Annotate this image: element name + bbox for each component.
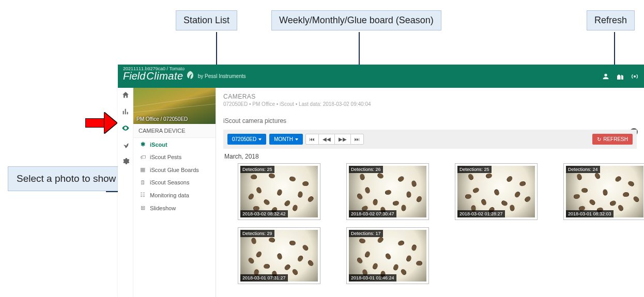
thumbnail[interactable]: Detections: 262018-03-02 07:30:47 [346,163,429,220]
thumb-image [240,230,318,282]
left-rail [118,88,133,297]
menu-item-icon: ☷ [140,192,146,198]
brand-sub: by Pessl Instruments [198,73,246,79]
annotation-station-list: Station List [176,10,237,30]
pager: ⏮ ◀◀ ▶▶ ⏭ [306,134,364,145]
panel-section-title: CAMERA DEVICE [133,124,216,138]
red-arrow-head-icon [104,113,117,133]
leaf-icon [186,70,195,80]
period-dropdown[interactable]: MONTH [269,134,303,145]
timestamp-label: 2018-03-02 07:30:47 [349,210,396,217]
detections-label: Detections: 17 [349,230,383,237]
menu-item-icon: ✱ [140,141,146,148]
camera-menu-item[interactable]: ⊞Slideshow [133,201,216,214]
thumb-image [566,166,643,217]
user-icon[interactable] [602,72,610,81]
detections-label: Detections: 24 [566,166,600,173]
side-panel: PM Office / 072050ED CAMERA DEVICE ✱iSco… [133,88,216,297]
menu-item-icon: 🏷 [140,154,146,160]
camera-menu-item[interactable]: ☷Monitoring data [133,189,216,201]
menu-item-label: Monitoring data [150,192,189,198]
brand-right: Climate [146,70,183,82]
month-label: March, 2018 [224,153,636,160]
app-shell: 20211111.b9279ca0 / Tomato FieldClimate … [118,65,644,297]
period-dropdown-label: MONTH [274,136,293,142]
timestamp-label: 2018-03-01 08:32:03 [566,210,614,217]
prev-page-button[interactable]: ◀◀ [318,134,335,145]
caret-down-icon [295,138,298,140]
thumb-image [240,166,318,217]
station-image[interactable]: PM Office / 072050ED [133,88,216,124]
page-heading: CAMERAS [223,93,637,100]
station-dropdown-label: 072050ED [232,136,256,142]
thumb-image [457,166,535,217]
toolbar: 072050ED MONTH ⏮ ◀◀ ▶▶ ⏭ ↻ REFRESH [223,130,637,149]
station-dropdown[interactable]: 072050ED [227,134,266,145]
menu-item-label: iScout [150,142,167,148]
caret-down-icon [258,138,262,140]
refresh-icon: ↻ [597,136,601,142]
menu-item-label: iScout Seasons [150,179,189,185]
breadcrumb: 20211111.b9279ca0 / Tomato [123,66,185,71]
chart-icon[interactable] [121,107,130,116]
thumbnail-grid: Detections: 252018-03-02 08:32:42Detecti… [223,163,637,284]
camera-menu-item[interactable]: ▦iScout Glue Boards [133,163,216,176]
camera-menu-item[interactable]: 🗓iScout Seasons [133,176,216,189]
thumb-image [349,230,426,282]
brand: FieldClimate [123,70,195,82]
menu-item-label: iScout Pests [150,154,181,160]
page-sub: 072050ED • PM Office • iScout • Last dat… [223,101,637,107]
last-page-button[interactable]: ⏭ [350,134,364,145]
refresh-button[interactable]: ↻ REFRESH [592,134,633,145]
thumbnail[interactable]: Detections: 242018-03-01 08:32:03 [563,163,644,220]
detections-label: Detections: 25 [457,166,492,173]
thumbnail[interactable]: Detections: 292018-03-01 07:31:27 [238,227,320,284]
detections-label: Detections: 25 [240,166,274,173]
thumbnail[interactable]: Detections: 172018-03-01 01:46:24 [346,227,429,284]
timestamp-label: 2018-03-01 07:31:27 [240,274,288,282]
timestamp-label: 2018-03-02 01:28:27 [457,210,505,217]
refresh-button-label: REFRESH [603,136,628,142]
broadcast-icon[interactable] [631,72,639,81]
station-caption: PM Office / 072050ED [136,116,188,122]
main-content: CAMERAS 072050ED • PM Office • iScout • … [216,88,644,297]
timestamp-label: 2018-03-02 08:32:42 [240,210,288,217]
red-arrow-icon [85,118,105,128]
brand-left: Field [123,70,145,82]
next-page-button[interactable]: ▶▶ [334,134,351,145]
thumbnail[interactable]: Detections: 252018-03-02 08:32:42 [238,163,320,220]
detections-label: Detections: 26 [349,166,383,173]
timestamp-label: 2018-03-01 01:46:24 [349,274,396,282]
thumb-image [349,166,426,217]
camera-menu: ✱iScout🏷iScout Pests▦iScout Glue Boards🗓… [133,138,216,214]
home-icon[interactable] [121,91,130,99]
menu-item-label: Slideshow [150,205,176,211]
farm-icon[interactable] [616,72,624,81]
first-page-button[interactable]: ⏮ [305,134,319,145]
eye-icon[interactable] [121,124,130,132]
gear-icon[interactable] [121,157,130,165]
annotation-refresh: Refresh [587,10,635,30]
camera-menu-item[interactable]: 🏷iScout Pests [133,151,216,163]
menu-item-icon: ▦ [140,166,146,173]
top-icons [602,72,639,81]
plant-icon[interactable] [121,140,130,149]
annotation-period: Weekly/Monthly/Glue board (Season) [271,10,441,30]
detections-label: Detections: 29 [240,230,274,237]
topbar: 20211111.b9279ca0 / Tomato FieldClimate … [118,65,644,88]
menu-item-label: iScout Glue Boards [150,167,199,173]
thumbnail[interactable]: Detections: 252018-03-02 01:28:27 [455,163,538,220]
menu-item-icon: 🗓 [140,179,146,185]
camera-menu-item[interactable]: ✱iScout [133,138,216,151]
section-title: iScout camera pictures [223,117,637,124]
menu-item-icon: ⊞ [140,205,146,211]
